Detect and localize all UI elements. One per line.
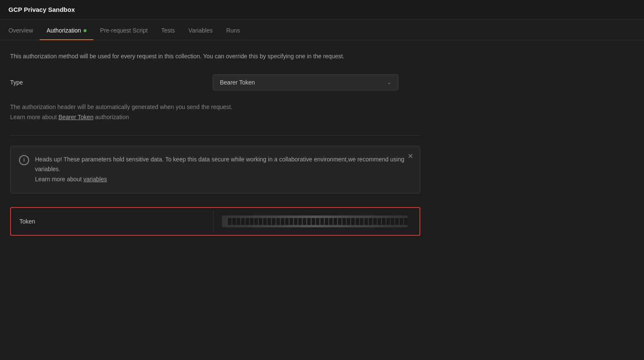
close-button[interactable]: ✕	[408, 153, 413, 160]
token-label: Token	[11, 210, 214, 232]
info-icon: i	[19, 155, 29, 165]
tab-variables[interactable]: Variables	[182, 19, 219, 40]
tab-pre-request-script-label: Pre-request Script	[100, 27, 148, 34]
tabs-bar: Overview Authorization Pre-request Scrip…	[0, 19, 644, 40]
info-banner-text: Heads up! These parameters hold sensitiv…	[35, 155, 411, 185]
main-content: This authorization method will be used f…	[0, 40, 430, 248]
tab-runs[interactable]: Runs	[219, 19, 247, 40]
auth-info-line1: The authorization header will be automat…	[10, 102, 420, 112]
authorization-active-dot	[84, 29, 87, 32]
auth-info-line2: Learn more about Bearer Token authorizat…	[10, 112, 420, 123]
tab-tests-label: Tests	[161, 27, 175, 34]
type-label: Type	[10, 79, 213, 86]
tab-runs-label: Runs	[226, 27, 240, 34]
bearer-token-link[interactable]: Bearer Token	[58, 114, 93, 120]
type-select-dropdown[interactable]: Bearer Token ⌄	[213, 74, 398, 90]
token-value-masked[interactable]: ████████████████████████████████████████…	[222, 215, 408, 227]
auth-info-block: The authorization header will be automat…	[10, 102, 420, 123]
type-select-value: Bearer Token	[220, 79, 255, 86]
info-banner: i Heads up! These parameters hold sensit…	[10, 146, 420, 194]
type-row: Type Bearer Token ⌄	[10, 74, 420, 90]
section-divider	[10, 135, 420, 136]
description-text: This authorization method will be used f…	[10, 52, 420, 61]
tab-tests[interactable]: Tests	[154, 19, 182, 40]
variables-link[interactable]: variables	[83, 176, 107, 183]
tab-overview[interactable]: Overview	[8, 19, 40, 40]
title-bar: GCP Privacy Sandbox	[0, 0, 644, 19]
close-icon: ✕	[408, 153, 413, 160]
tab-overview-label: Overview	[8, 27, 33, 34]
tab-pre-request-script[interactable]: Pre-request Script	[93, 19, 154, 40]
app-title: GCP Privacy Sandbox	[8, 6, 75, 13]
chevron-down-icon: ⌄	[387, 79, 391, 85]
token-row: Token ██████████████████████████████████…	[10, 207, 420, 236]
token-value-area[interactable]: ████████████████████████████████████████…	[214, 208, 419, 235]
tab-authorization[interactable]: Authorization	[40, 19, 93, 40]
tab-authorization-label: Authorization	[46, 27, 81, 34]
tab-variables-label: Variables	[189, 27, 213, 34]
